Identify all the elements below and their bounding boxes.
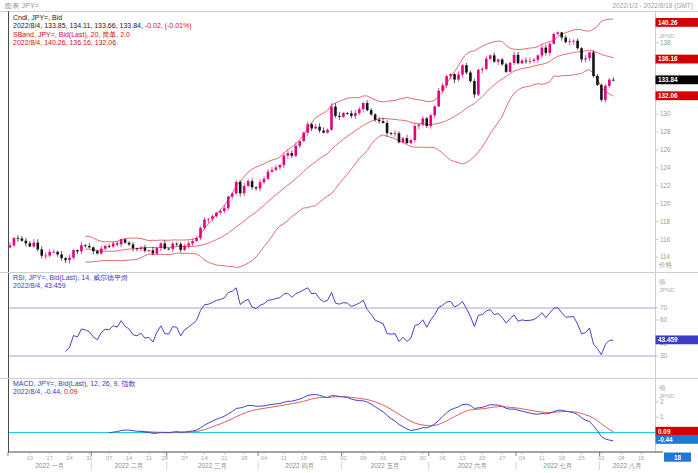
candle-body — [160, 243, 163, 247]
candle-body — [13, 238, 16, 245]
candle-body — [219, 211, 222, 213]
candle-body — [175, 244, 178, 245]
macd-signal-line — [141, 397, 613, 433]
candle-body — [144, 247, 147, 250]
candle-body — [108, 246, 111, 247]
y-tick-label: 120 — [660, 200, 671, 207]
day-tick-label: 30 — [420, 455, 426, 461]
candle-body — [203, 220, 206, 228]
candles[interactable] — [9, 31, 615, 263]
candle-body — [322, 131, 325, 133]
candle-body — [167, 249, 170, 250]
bollinger-upper-line — [85, 19, 613, 242]
day-tick-label: 01 — [598, 455, 604, 461]
y-tick-label: 60 — [660, 316, 668, 323]
candle-body — [362, 103, 365, 109]
y-tick-label: 1 — [660, 413, 664, 420]
macd-value-0-box-label: 0.09 — [658, 428, 671, 435]
candle-body — [227, 197, 230, 209]
day-tick-label: 20 — [479, 455, 485, 461]
candle-body — [580, 48, 583, 59]
candle-body — [171, 244, 174, 249]
candle-body — [140, 247, 143, 249]
candle-body — [489, 55, 492, 58]
candle-body — [612, 80, 615, 81]
day-tick-label: 23 — [400, 455, 406, 461]
day-tick-label: 28 — [162, 455, 168, 461]
candle-body — [334, 107, 337, 116]
candle-body — [501, 60, 504, 65]
macd-value-1-box-label: -0.44 — [658, 436, 673, 443]
candle-body — [211, 216, 214, 219]
price-value-0-box-label: 140.26 — [658, 19, 678, 26]
day-tick-label: 21 — [146, 455, 152, 461]
candle-body — [187, 243, 190, 245]
candle-body — [469, 72, 472, 81]
chart-canvas[interactable]: 1381301281261241221201181161147060403021… — [0, 0, 698, 473]
candle-body — [96, 251, 99, 253]
candle-body — [104, 246, 107, 249]
month-label: 2022 一月 — [35, 462, 64, 470]
chart-window: 图表 JPY= 2022/1/3 - 2022/8/18 (GMT) 13813… — [0, 0, 698, 473]
candle-body — [445, 76, 448, 85]
candle-body — [52, 252, 55, 253]
day-tick-label: 24 — [66, 455, 73, 461]
candle-body — [88, 246, 91, 247]
candle-body — [437, 91, 440, 107]
candle-body — [394, 133, 397, 134]
rsi-line — [66, 288, 614, 355]
candle-body — [267, 172, 270, 179]
candle-body — [584, 58, 587, 59]
candle-body — [600, 85, 603, 100]
candle-body — [223, 208, 226, 211]
candle-body — [473, 81, 476, 94]
candle-body — [318, 127, 321, 131]
day-tick-label: 15 — [638, 455, 644, 461]
bollinger-bands — [85, 19, 613, 268]
candle-body — [215, 213, 218, 217]
price-axis-title: 价格 — [658, 261, 673, 269]
candle-body — [128, 243, 131, 245]
candle-body — [310, 124, 313, 128]
candle-body — [116, 243, 119, 244]
candle-body — [342, 113, 345, 117]
candle-body — [465, 65, 468, 72]
candle-body — [9, 245, 12, 247]
candle-body — [382, 121, 385, 123]
candle-body — [76, 250, 79, 251]
candle-body — [410, 140, 413, 143]
day-tick-label: 07 — [106, 455, 112, 461]
candle-body — [449, 74, 452, 76]
candle-body — [255, 187, 258, 188]
candle-body — [481, 69, 484, 70]
candle-body — [259, 182, 262, 188]
candle-body — [283, 156, 286, 165]
day-tick-label: 25 — [320, 455, 326, 461]
candle-body — [406, 138, 409, 143]
day-tick-label: 28 — [241, 455, 247, 461]
candle-body — [386, 123, 389, 133]
candle-body — [517, 55, 520, 63]
candle-body — [235, 182, 238, 193]
candle-body — [505, 64, 508, 72]
day-tick-label: 11 — [539, 455, 545, 461]
candle-body — [390, 133, 393, 134]
y-tick-label: 138 — [660, 39, 671, 46]
candle-body — [124, 239, 127, 242]
day-tick-label: 06 — [439, 455, 445, 461]
bollinger-lower-line — [85, 70, 613, 268]
day-tick-label: 09 — [360, 455, 366, 461]
candle-body — [533, 60, 536, 61]
candle-body — [521, 61, 524, 64]
candle-body — [556, 32, 559, 34]
candle-body — [366, 103, 369, 110]
month-label: 2022 二月 — [115, 462, 144, 470]
candle-body — [195, 238, 198, 241]
candle-body — [44, 256, 47, 257]
candle-body — [374, 114, 377, 119]
y-tick-label: 116 — [660, 236, 671, 243]
candle-body — [287, 153, 290, 155]
candle-body — [549, 44, 552, 53]
month-label: 2022 四月 — [285, 462, 314, 470]
candle-body — [541, 48, 544, 56]
